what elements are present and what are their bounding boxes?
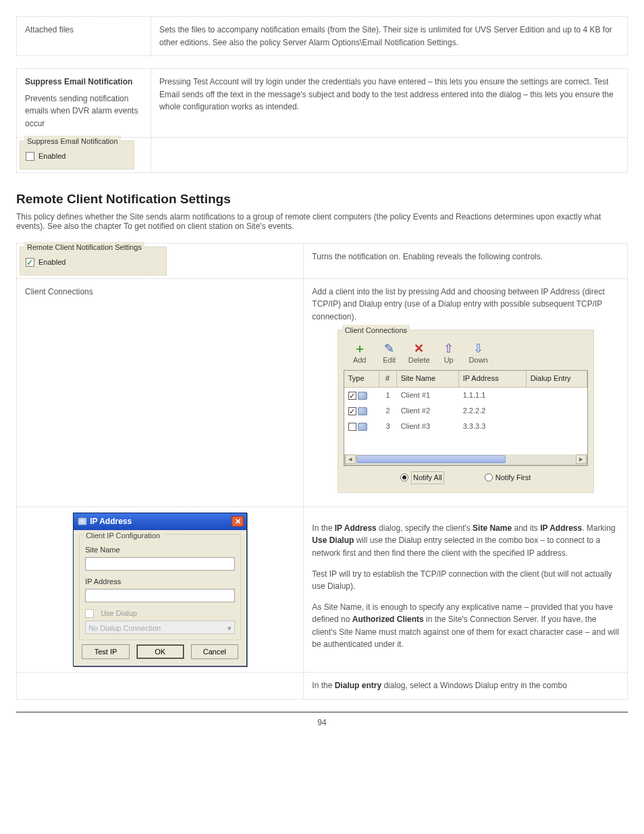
cc-right-text: Add a client into the list by pressing A…	[312, 286, 619, 323]
cell-suppress-right-empty	[151, 137, 628, 172]
suppress-group-legend: Suppress Email Notification	[24, 136, 121, 147]
suppress-enabled-checkbox[interactable]	[26, 152, 34, 161]
row-ip: 1.1.1.1	[459, 389, 527, 402]
client-connections-panel: Client Connections ＋Add ✎Edit ✕Delete ⇧U…	[338, 330, 594, 492]
scroll-right-icon[interactable]: ►	[576, 454, 587, 464]
cc-up-label: Up	[444, 356, 454, 364]
cc-up-button[interactable]: ⇧Up	[434, 342, 464, 366]
rcn-enabled-checkbox[interactable]	[26, 258, 34, 267]
cell-dialup-left	[17, 673, 304, 700]
suppress-enabled-row[interactable]: Enabled	[26, 151, 128, 162]
cc-legend: Client Connections	[342, 325, 410, 336]
test-ip-button[interactable]: Test IP	[82, 644, 130, 659]
dialup-combo: No Dialup Connection	[85, 621, 235, 634]
ip-address-dialog: IP Address ✕ Client IP Configuration Sit…	[73, 513, 247, 667]
cc-hdr-num[interactable]: #	[379, 371, 397, 386]
row-site: Client #1	[397, 389, 459, 402]
cell-attached-files-right: Sets the files to accompany notification…	[151, 17, 628, 56]
ipdlg-p3: As Site Name, it is enough to specify an…	[312, 601, 619, 651]
dlg-buttons: Test IP OK Cancel	[79, 640, 241, 660]
network-icon	[358, 407, 367, 415]
cc-delete-button[interactable]: ✕Delete	[404, 342, 434, 366]
arrow-down-icon: ⇩	[464, 342, 493, 355]
table-row[interactable]: 1Client #11.1.1.1	[344, 388, 587, 403]
cc-edit-label: Edit	[383, 356, 396, 364]
row-suppress-email: Suppress Email Notification Prevents sen…	[16, 68, 628, 172]
cell-attached-files-left: Attached files	[17, 17, 151, 56]
row-site: Client #3	[397, 420, 459, 433]
row-num: 2	[379, 405, 397, 417]
radio-dot-icon	[400, 473, 408, 481]
dlg-group-legend: Client IP Configuration	[84, 530, 162, 542]
rcn-group-legend: Remote Client Notification Settings	[24, 242, 144, 253]
notify-all-radio[interactable]: Notify All	[400, 471, 444, 484]
cc-add-button[interactable]: ＋Add	[345, 342, 375, 366]
cc-grid: Type # Site Name IP Address Dialup Entry…	[344, 370, 588, 465]
cell-suppress-right: Pressing Test Account will try login und…	[151, 69, 628, 137]
cc-toolbar: ＋Add ✎Edit ✕Delete ⇧Up ⇩Down	[344, 340, 588, 370]
suppress-groupbox: Suppress Email Notification Enabled	[20, 140, 134, 170]
scroll-thumb[interactable]	[356, 455, 506, 463]
row-dial	[527, 389, 587, 402]
cc-delete-label: Delete	[408, 356, 430, 364]
dlg-titlebar[interactable]: IP Address ✕	[74, 513, 246, 531]
rcn-groupbox: Remote Client Notification Settings Enab…	[20, 246, 167, 276]
suppress-title: Suppress Email Notification	[25, 76, 142, 88]
row-num: 3	[379, 420, 397, 433]
table-row[interactable]: 2Client #22.2.2.2	[344, 403, 587, 419]
delete-icon: ✕	[404, 342, 434, 355]
cc-scrollbar[interactable]: ◄ ►	[344, 454, 587, 465]
notify-first-radio[interactable]: Notify First	[485, 471, 531, 484]
arrow-up-icon: ⇧	[434, 342, 464, 355]
cell-dialup-right: In the Dialup entry dialog, select a Win…	[304, 673, 628, 700]
rcn-enabled-label: Enabled	[38, 257, 65, 268]
use-dialup-label: Use Dialup	[101, 608, 137, 619]
scroll-left-icon[interactable]: ◄	[345, 454, 356, 464]
notify-first-label: Notify First	[495, 472, 531, 484]
row-dial	[527, 405, 587, 417]
radio-dot-icon	[485, 473, 493, 481]
close-icon[interactable]: ✕	[232, 516, 244, 527]
cell-ipdlg-right: In the IP Address dialog, specify the cl…	[304, 506, 628, 673]
cc-edit-button[interactable]: ✎Edit	[375, 342, 404, 366]
ip-address-input[interactable]	[85, 589, 235, 602]
cell-cc-left: Client Connections	[17, 278, 304, 506]
cc-grid-header: Type # Site Name IP Address Dialup Entry	[344, 371, 587, 387]
cc-add-label: Add	[353, 356, 367, 364]
cc-radios: Notify All Notify First	[344, 466, 588, 486]
dlg-group: Client IP Configuration Site Name IP Add…	[79, 534, 241, 640]
plus-icon: ＋	[345, 342, 375, 355]
cc-hdr-dial[interactable]: Dialup Entry	[527, 371, 587, 386]
cell-suppress-shot: Suppress Email Notification Enabled	[17, 137, 151, 172]
table-row[interactable]: 3Client #33.3.3.3	[344, 419, 587, 434]
section-sub: This policy defines whether the Site sen…	[16, 212, 628, 231]
row-checkbox[interactable]	[348, 423, 356, 431]
cell-cc-right: Add a client into the list by pressing A…	[304, 278, 628, 506]
ipdlg-p2: Test IP will try to establish the TCP/IP…	[312, 568, 619, 593]
cc-hdr-ip[interactable]: IP Address	[459, 371, 527, 386]
dlg-body: Client IP Configuration Site Name IP Add…	[74, 530, 246, 666]
site-name-input[interactable]	[85, 557, 235, 571]
row-num: 1	[379, 389, 397, 402]
cc-hdr-type[interactable]: Type	[344, 371, 379, 386]
row-dial	[527, 420, 587, 433]
row-checkbox[interactable]	[348, 392, 356, 400]
row-rcn-enabled: Remote Client Notification Settings Enab…	[16, 243, 628, 700]
ip-address-label: IP Address	[85, 576, 235, 588]
cc-down-button[interactable]: ⇩Down	[464, 342, 493, 366]
cell-suppress-left: Suppress Email Notification Prevents sen…	[17, 69, 151, 137]
network-icon	[358, 392, 367, 400]
ok-button[interactable]: OK	[136, 644, 184, 659]
rcn-enabled-row[interactable]: Enabled	[26, 257, 161, 268]
row-ip: 2.2.2.2	[459, 405, 527, 417]
use-dialup-row: Use Dialup	[85, 608, 235, 619]
cc-down-label: Down	[469, 356, 488, 364]
cancel-button[interactable]: Cancel	[191, 644, 239, 659]
row-ip: 3.3.3.3	[459, 420, 527, 433]
row-checkbox[interactable]	[348, 407, 356, 415]
dlg-title-text: IP Address	[90, 515, 132, 528]
row-site: Client #2	[397, 405, 459, 417]
cc-hdr-site[interactable]: Site Name	[397, 371, 459, 386]
edit-icon: ✎	[375, 342, 404, 355]
cell-rcn-right: Turns the notification on. Enabling reve…	[304, 243, 628, 278]
